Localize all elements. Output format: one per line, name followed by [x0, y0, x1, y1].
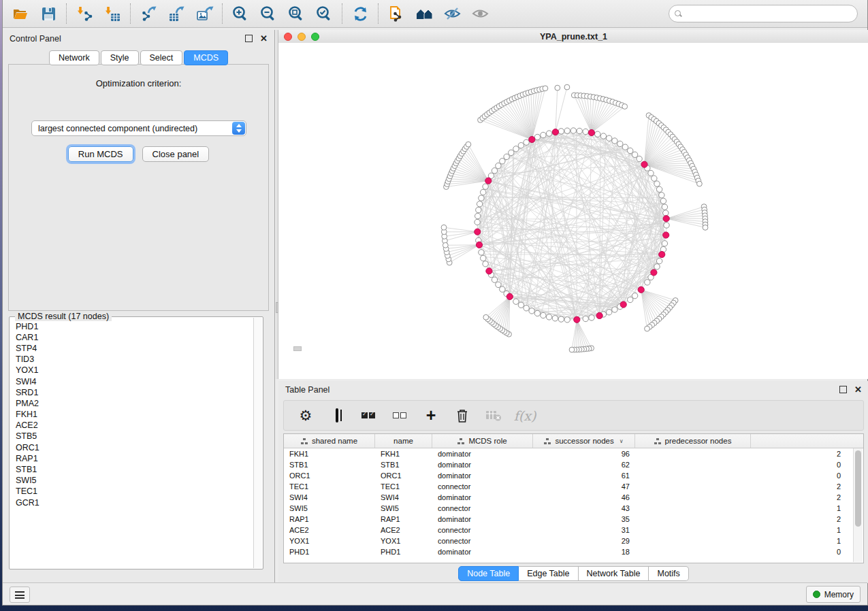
network-node[interactable]	[656, 186, 662, 192]
network-node[interactable]	[662, 241, 667, 246]
cell-name[interactable]: ORC1	[375, 472, 432, 480]
horizontal-splitter-handle[interactable]	[293, 346, 302, 351]
mcds-result-item[interactable]: CAR1	[10, 332, 254, 343]
network-node[interactable]	[637, 156, 642, 161]
network-node[interactable]	[697, 181, 703, 186]
network-node[interactable]	[648, 170, 654, 176]
table-row[interactable]: ORC1ORC1dominator610	[284, 470, 863, 481]
mcds-node[interactable]	[475, 229, 481, 235]
network-node[interactable]	[628, 148, 633, 153]
table-settings-button[interactable]: ⚙	[296, 406, 315, 426]
network-node[interactable]	[543, 86, 548, 91]
network-node[interactable]	[513, 299, 519, 304]
mcds-result-item[interactable]: FKH1	[10, 410, 254, 420]
mcds-node[interactable]	[663, 216, 669, 222]
tab-network-table[interactable]: Network Table	[579, 566, 649, 581]
mcds-result-item[interactable]: GCR1	[10, 497, 254, 508]
show-all-button[interactable]	[466, 1, 494, 26]
network-node[interactable]	[477, 201, 482, 207]
cell-shared-name[interactable]: PHD1	[284, 548, 375, 556]
close-panel-button[interactable]: Close panel	[142, 146, 210, 162]
column-header-successor-nodes[interactable]: successor nodes∨	[533, 434, 635, 448]
delete-column-button[interactable]	[453, 406, 472, 426]
network-node[interactable]	[504, 154, 509, 159]
float-panel-icon[interactable]	[245, 35, 253, 42]
network-node[interactable]	[628, 297, 633, 302]
mcds-node[interactable]	[507, 293, 513, 299]
mcds-result-item[interactable]: SWI4	[10, 376, 254, 387]
cell-name[interactable]: SWI5	[375, 504, 432, 512]
tab-motifs[interactable]: Motifs	[649, 566, 688, 581]
cell-successor-nodes[interactable]: 43	[533, 504, 635, 512]
zoom-selected-button[interactable]	[310, 1, 338, 26]
tab-edge-table[interactable]: Edge Table	[519, 566, 578, 581]
network-node[interactable]	[558, 316, 564, 322]
cell-name[interactable]: SWI4	[375, 493, 432, 501]
select-all-button[interactable]	[359, 406, 378, 426]
tab-node-table[interactable]: Node Table	[458, 566, 519, 581]
network-node[interactable]	[524, 139, 529, 145]
network-node[interactable]	[496, 163, 501, 168]
network-node[interactable]	[569, 347, 575, 352]
show-columns-button[interactable]	[327, 406, 347, 426]
network-node[interactable]	[500, 286, 505, 292]
first-neighbors-button[interactable]	[411, 1, 438, 26]
network-node[interactable]	[583, 129, 588, 134]
network-node[interactable]	[492, 168, 497, 174]
network-node[interactable]	[632, 293, 637, 299]
panel-menu-button[interactable]	[10, 587, 30, 603]
mcds-node[interactable]	[486, 268, 492, 274]
table-row[interactable]: PHD1PHD1dominator180	[284, 546, 863, 557]
table-row[interactable]: SWI4SWI4dominator462	[284, 492, 863, 503]
network-node[interactable]	[555, 85, 560, 90]
cell-shared-name[interactable]: SWI4	[284, 493, 375, 501]
network-node[interactable]	[564, 128, 570, 133]
network-node[interactable]	[513, 146, 519, 152]
network-node[interactable]	[622, 144, 628, 150]
zoom-out-button[interactable]	[255, 1, 283, 26]
network-node[interactable]	[577, 128, 582, 133]
import-table-button[interactable]	[99, 1, 127, 26]
mcds-result-item[interactable]: YOX1	[10, 365, 254, 376]
mcds-node[interactable]	[620, 301, 626, 308]
mcds-result-item[interactable]: TEC1	[10, 486, 254, 497]
cell-mcds-role[interactable]: connector	[432, 482, 533, 491]
close-panel-icon[interactable]: ✕	[260, 34, 268, 43]
network-node[interactable]	[607, 310, 612, 315]
mcds-node[interactable]	[552, 129, 558, 135]
mcds-result-item[interactable]: PMA2	[10, 398, 254, 409]
table-row[interactable]: RAP1RAP1dominator352	[284, 514, 863, 525]
cell-predecessor-nodes[interactable]: 1	[635, 526, 846, 534]
cell-shared-name[interactable]: SWI5	[284, 504, 375, 512]
table-row[interactable]: STB1STB1dominator620	[284, 459, 863, 470]
network-node[interactable]	[664, 222, 669, 228]
cell-successor-nodes[interactable]: 18	[533, 548, 635, 556]
cell-mcds-role[interactable]: connector	[432, 537, 533, 545]
column-header-shared-name[interactable]: shared name	[284, 434, 375, 448]
network-node[interactable]	[663, 210, 669, 216]
network-node[interactable]	[475, 213, 481, 218]
mcds-node[interactable]	[641, 161, 647, 167]
network-node[interactable]	[552, 316, 558, 321]
table-row[interactable]: YOX1YOX1connector291	[284, 535, 863, 546]
table-row[interactable]: ACE2ACE2connector311	[284, 525, 863, 535]
network-node[interactable]	[496, 282, 501, 287]
network-node[interactable]	[583, 316, 588, 321]
network-node[interactable]	[645, 280, 650, 285]
table-row[interactable]: TEC1TEC1connector472	[284, 481, 863, 492]
cell-name[interactable]: FKH1	[375, 450, 432, 458]
network-node[interactable]	[570, 128, 576, 133]
network-node[interactable]	[476, 207, 481, 212]
column-header-predecessor-nodes[interactable]: predecessor nodes	[635, 434, 751, 448]
mcds-node[interactable]	[659, 251, 665, 257]
cell-predecessor-nodes[interactable]: 2	[635, 493, 846, 501]
cell-mcds-role[interactable]: connector	[432, 526, 533, 534]
mcds-result-item[interactable]: PHD1	[10, 321, 254, 332]
network-node[interactable]	[541, 312, 546, 318]
mcds-node[interactable]	[651, 269, 657, 276]
tab-style[interactable]: Style	[101, 50, 139, 65]
mcds-result-item[interactable]: SWI5	[10, 476, 254, 486]
cell-mcds-role[interactable]: dominator	[432, 548, 533, 556]
network-node[interactable]	[524, 306, 529, 311]
apply-layout-button[interactable]	[347, 1, 374, 26]
